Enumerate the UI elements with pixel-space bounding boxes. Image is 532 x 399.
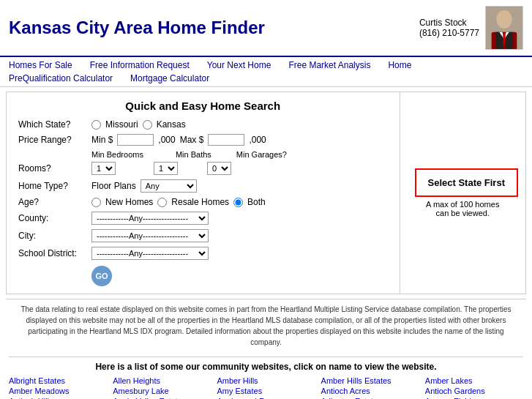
state-row: Which State? Missouri Kansas [18, 119, 388, 130]
rooms-labels-row: Min Bedrooms Min Baths Min Garages? [91, 150, 388, 159]
city-controls: ------------Any----------------- [91, 229, 209, 242]
go-button[interactable]: GO [91, 266, 112, 286]
age-new-radio[interactable] [91, 198, 101, 207]
floor-plans-label: Floor Plans [91, 181, 136, 191]
nav-free-info[interactable]: Free Information Request [90, 60, 190, 70]
disclaimer: The data relating to real estate display… [6, 299, 526, 352]
school-select[interactable]: ------------Any----------------- [91, 247, 209, 260]
site-title: Kansas City Area Home Finder [9, 18, 265, 38]
age-controls: New Homes Resale Homes Both [91, 197, 266, 207]
select-state-box: Select State First [415, 168, 519, 197]
price-min-prefix: Min $ [91, 135, 113, 145]
nav-next-home[interactable]: Your Next Home [207, 60, 271, 70]
age-both-label: Both [247, 197, 266, 207]
price-label: Price Range? [18, 135, 91, 145]
max-homes-text: A max of 100 homes can be viewed. [426, 200, 499, 217]
search-panel: Quick and Easy Home Search Which State? … [7, 92, 400, 294]
nav-mortgage[interactable]: Mortgage Calculator [130, 73, 209, 83]
community-link[interactable]: Amy Estates [217, 387, 315, 395]
age-resale-label: Resale Homes [171, 197, 229, 207]
age-both-radio[interactable] [233, 198, 243, 207]
max-homes-line1: A max of 100 homes [426, 200, 499, 209]
school-label: School District: [18, 248, 91, 258]
community-grid: Albright EstatesAllen HeightsAmber Hills… [9, 376, 523, 399]
state-radio-ks[interactable] [143, 120, 152, 130]
city-select[interactable]: ------------Any----------------- [91, 229, 209, 242]
community-link[interactable]: Amber Hills Estates [321, 376, 419, 385]
age-new-label: New Homes [105, 197, 153, 207]
nav-market-analysis[interactable]: Free Market Analysis [288, 60, 370, 70]
community-title: Here is a list of some our community web… [9, 357, 523, 372]
price-max-suffix: ,000 [249, 135, 266, 145]
city-label: City: [18, 231, 91, 241]
community-link[interactable]: Amesbury Lake [113, 387, 211, 395]
rooms-controls: 12345 1234 0123 [91, 162, 231, 175]
school-row: School District: ------------Any--------… [18, 247, 388, 260]
city-row: City: ------------Any----------------- [18, 229, 388, 242]
min-garages-label: Min Garages? [236, 150, 287, 159]
county-controls: ------------Any----------------- [91, 212, 209, 225]
price-min-input[interactable] [117, 134, 154, 146]
county-label: County: [18, 213, 91, 223]
state-radio-mo[interactable] [91, 120, 101, 130]
nav-homes-for-sale[interactable]: Homes For Sale [9, 60, 72, 70]
main-container: Quick and Easy Home Search Which State? … [6, 92, 526, 294]
price-max-input[interactable] [208, 134, 244, 146]
age-row: Age? New Homes Resale Homes Both [18, 197, 388, 207]
page-header: Kansas City Area Home Finder Curtis Stoc… [0, 0, 532, 57]
agent-name: Curtis Stock [419, 18, 479, 28]
agent-phone: (816) 210-5777 [419, 28, 479, 38]
min-garages-select[interactable]: 0123 [207, 162, 231, 175]
age-resale-radio[interactable] [157, 198, 167, 207]
state-ks-label: Kansas [157, 119, 186, 130]
price-min-suffix: ,000 [158, 135, 175, 145]
home-type-label: Home Type? [18, 181, 91, 191]
community-link[interactable]: Albright Estates [9, 376, 107, 385]
rooms-row: Rooms? 12345 1234 0123 [18, 162, 388, 175]
min-bedrooms-label: Min Bedrooms [91, 150, 143, 159]
county-select[interactable]: ------------Any----------------- [91, 212, 209, 225]
state-label: Which State? [18, 119, 91, 130]
community-section: Here is a list of some our community web… [0, 352, 532, 399]
select-state-msg: Select State First [428, 177, 506, 188]
school-controls: ------------Any----------------- [91, 247, 209, 260]
agent-text: Curtis Stock (816) 210-5777 [419, 18, 479, 38]
community-link[interactable]: Amber Lakes [425, 376, 523, 385]
min-baths-select[interactable]: 1234 [154, 162, 178, 175]
county-row: County: ------------Any----------------- [18, 212, 388, 225]
home-type-row: Home Type? Floor Plans AnyRanch2 StorySp… [18, 179, 388, 193]
go-button-container: GO [91, 266, 388, 286]
price-row: Price Range? Min $ ,000 Max $ ,000 [18, 134, 388, 146]
min-baths-label: Min Baths [176, 150, 211, 159]
right-panel: Select State First A max of 100 homes ca… [400, 92, 526, 294]
svg-point-1 [496, 10, 512, 29]
max-homes-line2: can be viewed. [426, 209, 499, 217]
nav-home[interactable]: Home [388, 60, 411, 70]
rooms-label: Rooms? [18, 163, 91, 174]
home-type-controls: Floor Plans AnyRanch2 StorySplit LevelBi… [91, 179, 197, 193]
community-link[interactable]: Amber Meadows [9, 387, 107, 395]
community-link[interactable]: Antioch Gardens [425, 387, 523, 395]
price-max-prefix: Max $ [180, 135, 204, 145]
agent-photo [485, 6, 523, 50]
nav-prequalification[interactable]: PreQualification Calculator [9, 73, 113, 83]
community-link[interactable]: Allen Heights [113, 376, 211, 385]
community-link[interactable]: Amber Hills [217, 376, 315, 385]
floor-plans-select[interactable]: AnyRanch2 StorySplit LevelBi-Level [141, 179, 197, 193]
state-mo-label: Missouri [105, 119, 138, 130]
min-bedrooms-select[interactable]: 12345 [91, 162, 116, 175]
main-nav: Homes For Sale Free Information Request … [0, 57, 532, 87]
search-title: Quick and Easy Home Search [18, 100, 388, 112]
price-controls: Min $ ,000 Max $ ,000 [91, 134, 266, 146]
age-label: Age? [18, 197, 91, 207]
community-link[interactable]: Antioch Acres [321, 387, 419, 395]
state-controls: Missouri Kansas [91, 119, 186, 130]
agent-info: Curtis Stock (816) 210-5777 [419, 6, 523, 50]
